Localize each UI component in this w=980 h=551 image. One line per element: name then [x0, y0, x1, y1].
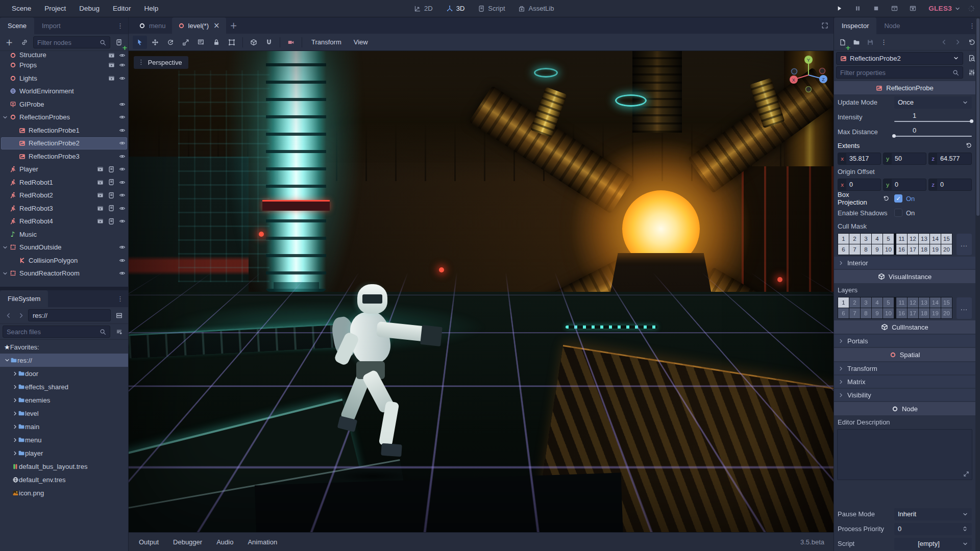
editor-description-textarea[interactable] [837, 429, 972, 480]
layer-cell-11[interactable]: 11 [896, 297, 907, 308]
layer-cell-13[interactable]: 13 [919, 297, 929, 308]
menu-help[interactable]: Help [137, 0, 165, 17]
category-visualinstance[interactable]: VisualInstance [834, 270, 975, 283]
filter-nodes-input[interactable]: Filter nodes [33, 36, 110, 48]
movie-badge-icon[interactable] [108, 62, 115, 68]
expand-arrow-icon[interactable] [12, 397, 18, 403]
tool-magnet-button[interactable] [262, 36, 276, 49]
vector-component-z[interactable]: z0 [928, 179, 972, 191]
layer-cell-14[interactable]: 14 [930, 234, 941, 244]
fs-item-player[interactable]: player [0, 446, 128, 460]
tab-scene[interactable]: Scene [0, 17, 34, 34]
category-spatial[interactable]: Spatial [834, 348, 975, 361]
movie-badge-icon[interactable] [108, 75, 115, 82]
layer-cell-5[interactable]: 5 [883, 297, 894, 308]
fs-item-door[interactable]: door [0, 367, 128, 380]
fs-item-default-env-tres[interactable]: default_env.tres [0, 473, 128, 486]
visibility-eye-icon[interactable] [119, 62, 126, 68]
layer-cell-3[interactable]: 3 [861, 297, 871, 308]
scene-node-soundreactorroom[interactable]: SoundReactorRoom [0, 267, 128, 280]
layer-cell-16[interactable]: 16 [896, 244, 907, 255]
scene-node-giprobe[interactable]: GIProbe [0, 98, 128, 111]
search-files-input[interactable]: Search files [3, 325, 110, 338]
layer-cell-11[interactable]: 11 [896, 234, 907, 244]
layer-cell-19[interactable]: 19 [930, 244, 941, 255]
layer-cell-4[interactable]: 4 [872, 234, 883, 244]
revert-icon[interactable] [883, 195, 889, 202]
tool-cube-button[interactable] [247, 36, 261, 49]
play-scene-button[interactable] [888, 2, 901, 15]
scene-node-collisionpolygon[interactable]: CollisionPolygon [0, 254, 128, 267]
filter-properties-input[interactable]: Filter properties [836, 66, 963, 79]
visibility-eye-icon[interactable] [119, 257, 126, 264]
expand-arrow-icon[interactable] [12, 384, 18, 390]
movie-badge-icon[interactable] [97, 192, 104, 198]
close-tab-icon[interactable]: × [213, 22, 220, 30]
visibility-eye-icon[interactable] [119, 270, 126, 277]
new-resource-button[interactable]: + [836, 36, 849, 48]
scene-node-redrobot1[interactable]: RedRobot1 [0, 176, 128, 189]
layer-cell-20[interactable]: 20 [941, 244, 952, 255]
layer-cell-12[interactable]: 12 [908, 297, 918, 308]
layer-cell-12[interactable]: 12 [908, 234, 918, 244]
visibility-eye-icon[interactable] [119, 205, 126, 212]
layer-cell-18[interactable]: 18 [919, 244, 929, 255]
layer-cell-15[interactable]: 15 [941, 297, 952, 308]
layer-cell-2[interactable]: 2 [849, 297, 860, 308]
fs-item-main[interactable]: main [0, 420, 128, 433]
dock-menu-icon[interactable]: ⋮ [112, 295, 128, 302]
scene-node-redrobot4[interactable]: RedRobot4 [0, 215, 128, 228]
layer-cell-19[interactable]: 19 [930, 308, 941, 318]
tool-rotate-button[interactable] [163, 36, 178, 49]
layer-cell-8[interactable]: 8 [861, 308, 871, 318]
instance-scene-button[interactable] [18, 36, 31, 48]
layer-cell-8[interactable]: 8 [861, 244, 871, 255]
layer-cell-4[interactable]: 4 [872, 297, 883, 308]
menu-transform[interactable]: Transform [306, 36, 347, 49]
bottom-panel-debugger[interactable]: Debugger [166, 533, 209, 551]
file-sort-button[interactable] [112, 325, 126, 338]
visibility-eye-icon[interactable] [119, 179, 126, 186]
menu-project[interactable]: Project [38, 0, 72, 17]
main-screen-2d[interactable]: 2D [409, 2, 438, 15]
layer-cell-1[interactable]: 1 [838, 297, 849, 308]
main-screen-script[interactable]: Script [473, 2, 510, 15]
tab-inspector[interactable]: Inspector [834, 17, 876, 34]
visibility-eye-icon[interactable] [119, 52, 126, 59]
layer-cell-6[interactable]: 6 [838, 308, 849, 318]
expand-viewport-icon[interactable] [816, 22, 834, 29]
scene-node-music[interactable]: ♪Music [0, 228, 128, 241]
vector-component-x[interactable]: x35.817 [838, 153, 881, 165]
tab-import[interactable]: Import [34, 17, 68, 34]
scene-node-reflectionprobe3[interactable]: ReflectionProbe3 [0, 150, 128, 163]
scene-node-worldenvironment[interactable]: WorldEnvironment [0, 85, 128, 98]
tab-node[interactable]: Node [876, 17, 908, 34]
layer-cell-10[interactable]: 10 [883, 308, 894, 318]
visibility-eye-icon[interactable] [119, 244, 126, 251]
section-matrix[interactable]: Matrix [834, 375, 975, 388]
visibility-eye-icon[interactable] [119, 114, 126, 120]
expand-icon[interactable] [963, 471, 969, 477]
new-scene-tab-button[interactable]: + [226, 17, 241, 34]
menu-view[interactable]: View [348, 36, 374, 49]
fs-item-level[interactable]: level [0, 407, 128, 420]
scene-node-lights[interactable]: Lights [0, 72, 128, 85]
visibility-eye-icon[interactable] [119, 127, 126, 134]
expand-arrow-icon[interactable] [12, 411, 18, 416]
script-badge-icon[interactable] [108, 205, 115, 212]
tool-move-button[interactable] [148, 36, 162, 49]
perspective-menu-button[interactable]: ⋮ Perspective [134, 56, 188, 69]
history-back-icon[interactable] [938, 36, 950, 48]
bottom-panel-audio[interactable]: Audio [209, 533, 240, 551]
scene-node-soundoutside[interactable]: SoundOutside [0, 241, 128, 254]
save-resource-button[interactable] [864, 36, 876, 48]
visibility-eye-icon[interactable] [119, 75, 126, 82]
script-badge-icon[interactable] [108, 192, 115, 199]
visibility-eye-icon[interactable] [119, 140, 126, 146]
visibility-eye-icon[interactable] [119, 218, 126, 224]
layer-cell-5[interactable]: 5 [883, 234, 894, 244]
load-resource-button[interactable] [850, 36, 863, 48]
layer-cell-10[interactable]: 10 [883, 244, 894, 255]
expand-arrow-icon[interactable] [12, 424, 18, 430]
dropdown-pause-mode[interactable]: Inherit [894, 508, 972, 520]
